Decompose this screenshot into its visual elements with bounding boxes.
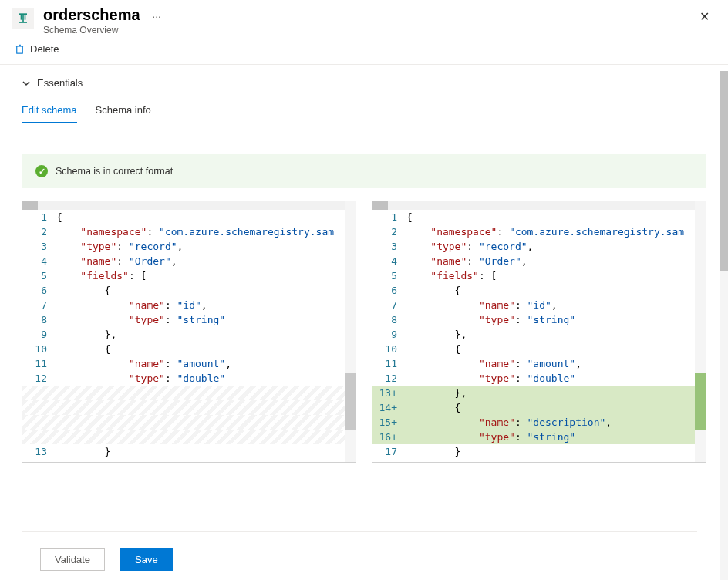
line-content: { xyxy=(53,210,356,224)
code-line[interactable]: 10 { xyxy=(372,342,706,356)
code-line[interactable]: 7 "name": "id", xyxy=(22,298,356,312)
code-line[interactable]: 2 "namespace": "com.azure.schemaregistry… xyxy=(372,224,706,239)
tab-schema-info[interactable]: Schema info xyxy=(96,98,151,123)
code-line[interactable]: 11 "name": "amount", xyxy=(22,356,356,371)
code-line[interactable]: 3 "type": "record", xyxy=(22,239,356,254)
code-line[interactable]: 4 "name": "Order", xyxy=(22,254,356,268)
line-number: 8 xyxy=(22,312,53,327)
line-content: "type": "record", xyxy=(53,239,356,254)
code-line[interactable]: 3 "type": "record", xyxy=(372,239,706,254)
line-number: 2 xyxy=(22,224,53,239)
more-button[interactable]: ··· xyxy=(152,6,161,26)
line-number: 6 xyxy=(372,283,403,298)
code-line[interactable]: 9 }, xyxy=(372,327,706,342)
line-content: { xyxy=(53,342,356,356)
trash-icon xyxy=(14,43,25,55)
code-line[interactable]: 17 } xyxy=(372,444,706,459)
code-line[interactable]: 8 "type": "string" xyxy=(372,312,706,327)
line-number: 13 xyxy=(22,444,53,459)
line-content: "name": "amount", xyxy=(53,356,356,371)
line-content xyxy=(53,415,356,430)
code-line[interactable]: 12 "type": "double" xyxy=(372,371,706,386)
overview-ruler[interactable] xyxy=(695,201,706,462)
footer-divider xyxy=(22,531,697,532)
code-line[interactable]: 16+ "type": "string" xyxy=(372,430,706,444)
line-number: 6 xyxy=(22,283,53,298)
line-number: 12 xyxy=(372,371,403,386)
code-line[interactable]: 2 "namespace": "com.azure.schemaregistry… xyxy=(22,224,356,239)
line-content xyxy=(53,386,356,400)
line-number: 14+ xyxy=(372,400,403,415)
line-content: { xyxy=(403,283,706,298)
line-content: "type": "double" xyxy=(403,371,706,386)
essentials-label: Essentials xyxy=(37,77,83,89)
code-line[interactable]: 4 "name": "Order", xyxy=(372,254,706,268)
line-number: 5 xyxy=(372,268,403,283)
code-line[interactable]: 5 "fields": [ xyxy=(372,268,706,283)
code-line[interactable]: 9 }, xyxy=(22,327,356,342)
code-line[interactable]: 7 "name": "id", xyxy=(372,298,706,312)
chevron-down-icon xyxy=(22,79,31,88)
line-number: 11 xyxy=(22,356,53,371)
code-line[interactable]: 12 "type": "double" xyxy=(22,371,356,386)
line-number xyxy=(22,415,53,430)
code-line[interactable]: 1{ xyxy=(372,210,706,224)
delete-button[interactable]: Delete xyxy=(12,40,61,58)
code-line[interactable]: 15+ "name": "description", xyxy=(372,415,706,430)
page-title: orderschema xyxy=(43,6,140,24)
success-icon xyxy=(35,165,48,177)
status-message: Schema is in correct format xyxy=(56,166,173,177)
code-line[interactable] xyxy=(22,430,356,444)
svg-rect-0 xyxy=(19,13,27,15)
page-subtitle: Schema Overview xyxy=(43,25,693,35)
line-content: "name": "description", xyxy=(403,415,706,430)
essentials-toggle[interactable]: Essentials xyxy=(22,71,706,95)
line-content: }, xyxy=(403,386,706,400)
line-content xyxy=(53,400,356,415)
code-line[interactable]: 14 ] xyxy=(22,459,356,463)
line-number: 15+ xyxy=(372,415,403,430)
diff-container: 1{2 "namespace": "com.azure.schemaregist… xyxy=(22,201,706,463)
tab-edit-schema[interactable]: Edit schema xyxy=(22,98,77,123)
overview-ruler[interactable] xyxy=(345,201,356,462)
line-number: 1 xyxy=(22,210,53,224)
code-line[interactable] xyxy=(22,415,356,430)
line-content: ] xyxy=(403,459,706,463)
code-line[interactable] xyxy=(22,400,356,415)
save-button[interactable]: Save xyxy=(120,548,173,571)
line-content: "namespace": "com.azure.schemaregistry.s… xyxy=(403,224,706,239)
line-content xyxy=(53,430,356,444)
page-scrollbar[interactable] xyxy=(720,71,728,580)
line-number xyxy=(22,386,53,400)
code-line[interactable]: 6 { xyxy=(22,283,356,298)
line-content: "name": "amount", xyxy=(403,356,706,371)
code-line[interactable] xyxy=(22,386,356,400)
line-number: 3 xyxy=(22,239,53,254)
line-number: 7 xyxy=(22,298,53,312)
line-number: 5 xyxy=(22,268,53,283)
code-line[interactable]: 10 { xyxy=(22,342,356,356)
code-line[interactable]: 18 ] xyxy=(372,459,706,463)
code-line[interactable]: 13 } xyxy=(22,444,356,459)
close-icon[interactable]: ✕ xyxy=(693,6,716,27)
code-line[interactable]: 14+ { xyxy=(372,400,706,415)
line-number: 4 xyxy=(22,254,53,268)
validate-button[interactable]: Validate xyxy=(40,548,105,571)
scrollbar-h[interactable] xyxy=(372,201,706,210)
line-content: "type": "record", xyxy=(403,239,706,254)
line-number: 18 xyxy=(372,459,403,463)
line-number: 4 xyxy=(372,254,403,268)
line-number: 16+ xyxy=(372,430,403,444)
code-line[interactable]: 11 "name": "amount", xyxy=(372,356,706,371)
editor-left[interactable]: 1{2 "namespace": "com.azure.schemaregist… xyxy=(22,201,356,463)
toolbar: Delete xyxy=(0,39,728,64)
line-number: 10 xyxy=(22,342,53,356)
editor-right[interactable]: 1{2 "namespace": "com.azure.schemaregist… xyxy=(372,201,706,463)
scrollbar-h[interactable] xyxy=(22,201,356,210)
code-line[interactable]: 13+ }, xyxy=(372,386,706,400)
code-line[interactable]: 8 "type": "string" xyxy=(22,312,356,327)
line-number: 17 xyxy=(372,444,403,459)
code-line[interactable]: 1{ xyxy=(22,210,356,224)
code-line[interactable]: 5 "fields": [ xyxy=(22,268,356,283)
code-line[interactable]: 6 { xyxy=(372,283,706,298)
